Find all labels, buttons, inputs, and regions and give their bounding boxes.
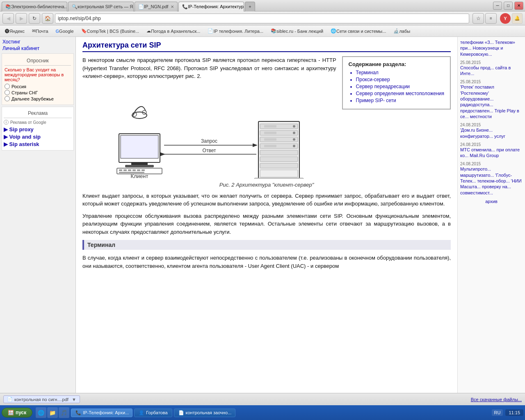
close-button[interactable]: ✕ bbox=[514, 2, 523, 10]
toc-title: Содержание раздела: bbox=[349, 61, 444, 67]
toc-item-1[interactable]: Терминал bbox=[356, 70, 444, 75]
client-icon bbox=[117, 106, 162, 173]
ad-sip-asterisk[interactable]: ▶ Sip asterisk bbox=[4, 141, 72, 147]
taskbar-ie-icon[interactable]: 🌐 bbox=[36, 407, 46, 418]
ad-section: Реклама i Реклама от Google ▶ Sip proxy … bbox=[2, 107, 74, 151]
bookmark-weather[interactable]: ☁ Погода в Архангельск... bbox=[143, 27, 203, 34]
svg-point-21 bbox=[293, 132, 295, 134]
svg-rect-3 bbox=[125, 165, 154, 167]
ad-voip-sip[interactable]: ▶ Voip and sip bbox=[4, 134, 72, 140]
download-all-link[interactable]: Все скачанные файлы... bbox=[471, 397, 522, 402]
maximize-button[interactable]: □ bbox=[504, 2, 513, 10]
new-tab-button[interactable]: + bbox=[245, 2, 255, 11]
news-item-3: 25.08.2015 'Ротек' поставил 'Ростелекому… bbox=[460, 80, 523, 119]
news-archive[interactable]: архив bbox=[460, 199, 523, 204]
article-paragraph2: Управление процессом обслуживания вызова… bbox=[82, 212, 451, 236]
svg-rect-26 bbox=[264, 145, 276, 147]
svg-rect-1 bbox=[121, 135, 158, 158]
diagram-caption: Рис. 2 Архитектура "клиент-сервер" bbox=[82, 182, 451, 188]
star-button[interactable]: ☆ bbox=[472, 13, 484, 24]
tab-2[interactable]: 🔍 контрольная SIP сеть — Яя... ✕ bbox=[68, 2, 134, 11]
tab-2-icon: 🔍 bbox=[72, 4, 78, 9]
profile-icon[interactable]: Y bbox=[500, 13, 511, 24]
settings-button[interactable]: ≡ bbox=[485, 13, 497, 24]
news-item-4: 24.08.2015 'Дом.ru Бизне... конфигуратор… bbox=[460, 123, 523, 139]
tab-3-close[interactable]: ✕ bbox=[171, 5, 174, 9]
poll-radio-russia[interactable] bbox=[5, 84, 10, 89]
toc-item-3[interactable]: Сервер переадресации bbox=[356, 84, 444, 89]
home-button[interactable]: 🏠 bbox=[42, 13, 53, 24]
bookmark-siblec[interactable]: 📚 siblec.ru - Банк лекций bbox=[267, 27, 326, 34]
title-bar: 📚 Электронно-библиотечна... ✕ 🔍 контроль… bbox=[0, 0, 525, 11]
svg-rect-2 bbox=[131, 162, 148, 165]
bookmark-comptek[interactable]: 🔖 CompTek | BCS (Busine... bbox=[78, 27, 143, 34]
bookmark-labs-label: лабы bbox=[399, 29, 410, 34]
bookmark-networks[interactable]: 🌐 Сети связи и системы... bbox=[327, 27, 389, 34]
news-date-6: 24.08.2015 bbox=[460, 162, 523, 166]
svg-rect-28 bbox=[260, 150, 298, 155]
back-button[interactable]: ◀ bbox=[2, 13, 14, 24]
news-text-5[interactable]: МТС отменила... при оплате ко... Mail.Ru… bbox=[460, 147, 523, 159]
svg-rect-9 bbox=[137, 169, 140, 171]
bookmark-comptek-label: CompTek | BCS (Busine... bbox=[87, 29, 139, 34]
reload-button[interactable]: ↻ bbox=[29, 13, 40, 24]
article-title: Архитектура сети SIP bbox=[82, 41, 451, 52]
poll-radio-cis[interactable] bbox=[5, 90, 10, 95]
info-icon: i bbox=[4, 120, 9, 125]
bookmark-google[interactable]: G Google bbox=[52, 28, 77, 34]
downloaded-file[interactable]: 📄 контрольная по сигн....pdf ▼ bbox=[3, 395, 80, 403]
taskbar-item-2-label: Горбатова bbox=[146, 410, 167, 415]
bookmark-mail-label: Почта bbox=[36, 29, 48, 34]
ad-sip-proxy[interactable]: ▶ Sip proxy bbox=[4, 126, 72, 132]
tab-4[interactable]: 📞 IP-Телефония: Архитектур... ✕ bbox=[178, 2, 244, 11]
taskbar-item-1-icon: 📞 bbox=[75, 410, 81, 415]
tab-2-label: контрольная SIP сеть — Яя... bbox=[78, 4, 134, 9]
poll-section: Опросник Сколько у Вас уходит на междуго… bbox=[2, 53, 74, 105]
bookmark-iptel[interactable]: 📄 IP телефония. Литера... bbox=[204, 27, 267, 34]
news-text-2[interactable]: Способы прод... сайта в Инте... bbox=[460, 65, 523, 77]
news-text-1[interactable]: телефонии «З... Телеком» при... Новокузн… bbox=[460, 39, 523, 57]
poll-radio-abroad[interactable] bbox=[5, 96, 10, 101]
start-button[interactable]: 🪟 пуск bbox=[2, 408, 32, 418]
tab-1-icon: 📚 bbox=[5, 4, 11, 9]
toc-item-4[interactable]: Сервер определения местоположения bbox=[356, 91, 444, 96]
taskbar-item-3-icon: 📄 bbox=[178, 410, 184, 415]
toc-item-5[interactable]: Пример SIP- сети bbox=[356, 98, 444, 103]
toc-item-2[interactable]: Прокси-сервер bbox=[356, 77, 444, 82]
taskbar-item-3-label: контрольная заочно... bbox=[186, 410, 232, 415]
main-area: Хостинг Личный кабинет Опросник Сколько … bbox=[0, 37, 525, 393]
start-label: пуск bbox=[16, 410, 26, 415]
hosting-link[interactable]: Хостинг bbox=[2, 39, 74, 45]
cabinet-link[interactable]: Личный кабинет bbox=[2, 45, 74, 52]
downloaded-file-close[interactable]: ▼ bbox=[72, 397, 76, 402]
news-text-3[interactable]: 'Ротек' поставил 'Ростелекому' оборудова… bbox=[460, 84, 523, 119]
svg-rect-29 bbox=[260, 157, 298, 162]
address-bar[interactable]: iptop.net/sip/04.php bbox=[55, 14, 469, 23]
bookmark-mail[interactable]: ✉ Почта bbox=[29, 27, 52, 34]
minimize-button[interactable]: ─ bbox=[493, 2, 502, 10]
downloaded-file-label: контрольная по сигн....pdf bbox=[14, 397, 68, 402]
news-text-4[interactable]: 'Дом.ru Бизне... конфигуратор... услуг bbox=[460, 127, 523, 139]
taskbar-folder-icon[interactable]: 📁 bbox=[47, 407, 58, 418]
svg-rect-20 bbox=[264, 132, 276, 134]
taskbar: 🪟 пуск 🌐 📁 🎵 📞 IP-Телефония: Архи... 👤 Г… bbox=[0, 405, 525, 420]
svg-rect-8 bbox=[132, 169, 136, 171]
svg-rect-7 bbox=[128, 169, 131, 171]
notification-icon[interactable]: 🔔 bbox=[512, 13, 523, 24]
tab-1[interactable]: 📚 Электронно-библиотечна... ✕ bbox=[2, 2, 67, 11]
bookmark-mail-icon: ✉ bbox=[32, 28, 36, 34]
bookmark-labs-icon: 🔬 bbox=[393, 28, 399, 34]
taskbar-item-2[interactable]: 👤 Горбатова bbox=[134, 409, 172, 417]
taskbar-item-3[interactable]: 📄 контрольная заочно... bbox=[174, 409, 235, 417]
taskbar-item-1[interactable]: 📞 IP-Телефония: Архи... bbox=[71, 409, 132, 417]
forward-button[interactable]: ▶ bbox=[16, 13, 27, 24]
taskbar-lang[interactable]: RU bbox=[492, 409, 503, 416]
bookmark-networks-icon: 🌐 bbox=[331, 28, 336, 34]
news-text-6[interactable]: Мультипрото... маршрутизато... 'Глобус-Т… bbox=[460, 166, 523, 195]
tab-3[interactable]: 📄 IP_NGN.pdf ✕ bbox=[135, 2, 178, 11]
bookmark-yandex[interactable]: 🅨 Яндекс bbox=[2, 28, 28, 34]
taskbar-media-icon[interactable]: 🎵 bbox=[59, 407, 69, 418]
news-date-4: 24.08.2015 bbox=[460, 123, 523, 127]
bookmark-labs[interactable]: 🔬 лабы bbox=[390, 27, 413, 34]
ad-badge-label: Реклама от Google bbox=[10, 120, 46, 125]
